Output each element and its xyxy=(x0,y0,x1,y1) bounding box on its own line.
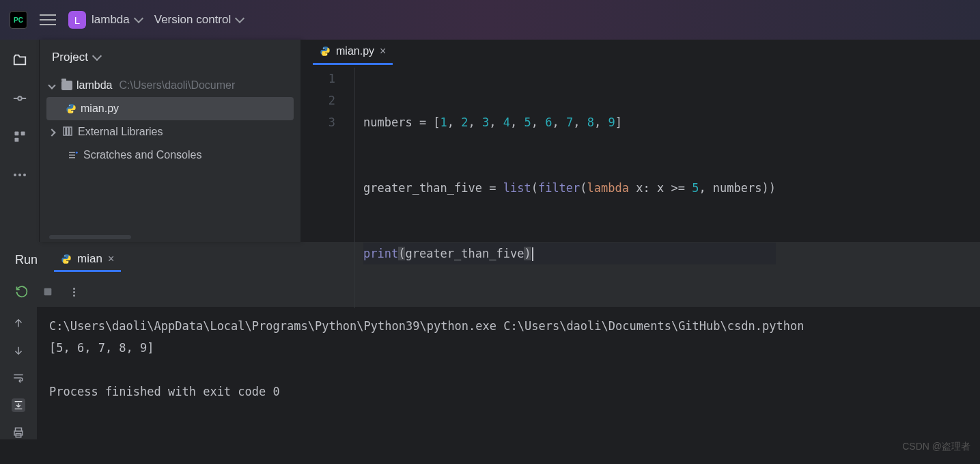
version-control-menu[interactable]: Version control xyxy=(154,13,243,27)
project-tool-icon[interactable] xyxy=(12,52,28,68)
svg-rect-6 xyxy=(64,127,66,135)
svg-point-9 xyxy=(76,152,78,154)
tree-root-path: C:\Users\daoli\Documer xyxy=(119,79,235,92)
tree-root[interactable]: lambda C:\Users\daoli\Documer xyxy=(40,74,300,97)
soft-wrap-icon[interactable] xyxy=(12,371,25,385)
svg-rect-7 xyxy=(67,127,69,135)
output-line: C:\Users\daoli\AppData\Local\Programs\Py… xyxy=(49,319,804,333)
line-number: 1 xyxy=(300,68,335,90)
tree-external-libraries[interactable]: External Libraries xyxy=(40,120,300,144)
run-tab-active[interactable]: mian × xyxy=(54,248,121,272)
svg-rect-3 xyxy=(14,138,18,142)
close-tab-icon[interactable]: × xyxy=(380,45,386,57)
project-name-label: lambda xyxy=(92,13,130,27)
chevron-down-icon xyxy=(134,14,143,23)
tree-scratches[interactable]: Scratches and Consoles xyxy=(40,144,300,167)
line-number: 2 xyxy=(300,90,335,111)
tree-file-selected[interactable]: mian.py xyxy=(46,97,294,120)
scrollbar[interactable] xyxy=(49,235,131,239)
down-stack-icon[interactable] xyxy=(12,344,25,357)
svg-point-12 xyxy=(64,255,65,256)
run-output[interactable]: C:\Users\daoli\AppData\Local\Programs\Py… xyxy=(37,307,980,439)
main-area: Project lambda C:\Users\daoli\Documer mi… xyxy=(0,40,980,242)
tool-window-rail xyxy=(0,40,40,242)
line-number: 3 xyxy=(300,111,335,133)
chevron-down-icon xyxy=(235,14,244,23)
code-editor[interactable]: 1 2 3 numbers = [1, 2, 3, 4, 5, 6, 7, 8,… xyxy=(300,65,980,308)
tree-ext-lib-label: External Libraries xyxy=(78,126,163,138)
svg-rect-2 xyxy=(20,132,25,136)
project-badge: L xyxy=(68,11,86,29)
text-cursor xyxy=(532,247,533,261)
commit-tool-icon[interactable] xyxy=(12,90,28,107)
run-tab-label: mian xyxy=(77,252,102,266)
code-content[interactable]: numbers = [1, 2, 3, 4, 5, 6, 7, 8, 9] gr… xyxy=(355,68,776,308)
library-icon xyxy=(61,125,74,139)
line-gutter: 1 2 3 xyxy=(300,68,355,308)
titlebar: PC L lambda Version control xyxy=(0,0,980,40)
run-body: C:\Users\daoli\AppData\Local\Programs\Py… xyxy=(0,307,980,439)
output-exit-line: Process finished with exit code 0 xyxy=(49,385,280,398)
project-panel-title: Project xyxy=(52,51,88,64)
folder-icon xyxy=(61,81,72,90)
stop-button[interactable] xyxy=(41,285,55,299)
up-stack-icon[interactable] xyxy=(12,316,25,330)
watermark: CSDN @盗理者 xyxy=(902,441,970,453)
tree-scratches-label: Scratches and Consoles xyxy=(83,149,201,161)
structure-tool-icon[interactable] xyxy=(12,128,28,145)
python-file-icon xyxy=(66,103,76,114)
editor-area: mian.py × 1 2 3 numbers = [1, 2, 3, 4, 5… xyxy=(300,40,980,242)
expand-arrow-icon[interactable] xyxy=(48,128,55,136)
svg-point-13 xyxy=(67,262,68,262)
output-line: [5, 6, 7, 8, 9] xyxy=(49,341,154,355)
editor-tabs: mian.py × xyxy=(300,40,980,65)
project-tree: lambda C:\Users\daoli\Documer mian.py Ex… xyxy=(40,71,300,169)
project-panel: Project lambda C:\Users\daoli\Documer mi… xyxy=(40,40,300,242)
svg-point-11 xyxy=(326,54,326,55)
svg-rect-8 xyxy=(70,127,72,135)
editor-tab-label: mian.py xyxy=(336,45,374,57)
svg-point-10 xyxy=(323,48,324,49)
svg-rect-1 xyxy=(14,132,18,136)
more-actions-icon[interactable] xyxy=(67,285,81,299)
scroll-to-end-icon[interactable] xyxy=(12,398,25,412)
run-side-toolbar xyxy=(0,307,37,439)
editor-tab-active[interactable]: mian.py × xyxy=(313,40,393,65)
python-file-icon xyxy=(320,46,331,57)
tree-file-label: mian.py xyxy=(81,103,119,115)
scratches-icon xyxy=(67,149,79,161)
more-tool-icon[interactable] xyxy=(12,167,28,183)
svg-point-5 xyxy=(72,111,72,112)
main-menu-icon[interactable] xyxy=(40,14,56,25)
project-panel-header[interactable]: Project xyxy=(40,40,300,71)
print-icon[interactable] xyxy=(12,426,25,439)
expand-arrow-icon[interactable] xyxy=(48,81,55,89)
run-panel-title: Run xyxy=(15,253,38,267)
svg-point-0 xyxy=(18,96,22,100)
rerun-button[interactable] xyxy=(15,285,29,299)
tree-root-label: lambda xyxy=(76,79,112,92)
app-icon: PC xyxy=(10,11,27,29)
project-selector[interactable]: L lambda xyxy=(68,11,142,29)
chevron-down-icon xyxy=(92,51,102,61)
version-control-label: Version control xyxy=(154,13,231,27)
svg-rect-14 xyxy=(44,288,52,296)
svg-point-4 xyxy=(69,105,70,106)
close-tab-icon[interactable]: × xyxy=(108,253,114,265)
python-file-icon xyxy=(61,254,72,264)
